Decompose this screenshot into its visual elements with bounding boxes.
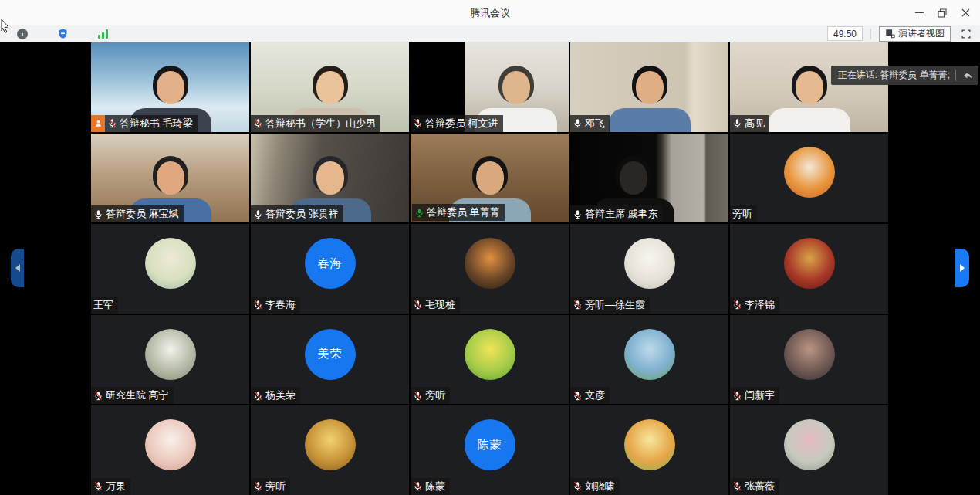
mic-on-icon xyxy=(573,209,583,219)
participant-avatar xyxy=(784,329,835,380)
host-badge-icon xyxy=(91,115,105,132)
participant-name: 闫新宇 xyxy=(745,388,775,402)
video-tile[interactable]: 旁听—徐生霞 xyxy=(570,224,728,314)
name-label-bar: 旁听 xyxy=(730,205,757,222)
name-label-bar: 王军 xyxy=(91,297,118,314)
video-tile[interactable]: 张蔷薇 xyxy=(730,405,888,495)
participant-name: 答辩委员 柯文进 xyxy=(425,117,498,131)
name-label-bar: 闫新宇 xyxy=(730,387,779,404)
name-label-bar: 李泽锦 xyxy=(730,297,779,314)
video-tile[interactable]: 高见 xyxy=(730,42,888,132)
meeting-duration: 49:50 xyxy=(827,26,863,41)
video-tile[interactable]: 答辩主席 戚聿东 xyxy=(570,134,728,223)
mic-on-icon xyxy=(253,209,263,219)
name-label-bar: 毛现桩 xyxy=(411,297,460,314)
video-tile[interactable]: 毛现桩 xyxy=(411,224,569,314)
mic-muted-icon xyxy=(573,300,583,310)
video-tile[interactable]: 邓飞 xyxy=(570,42,728,132)
name-label-bar: 邓飞 xyxy=(570,115,610,132)
video-tile[interactable]: 文彦 xyxy=(570,315,728,405)
name-label-bar: 答辩秘书（学生）山少男 xyxy=(251,115,380,132)
video-tile[interactable]: 旁听 xyxy=(730,134,888,223)
video-tile[interactable]: 答辩委员 柯文进 xyxy=(411,42,569,132)
mic-muted-icon xyxy=(573,391,583,401)
name-label-bar: 陈蒙 xyxy=(411,478,450,495)
mic-on-icon xyxy=(573,118,583,128)
prev-page-button[interactable] xyxy=(11,249,24,287)
layout-view-icon xyxy=(885,29,895,39)
participant-avatar xyxy=(624,329,675,380)
video-tile[interactable]: 答辩委员 单菁菁 xyxy=(411,134,569,223)
participant-avatar: 美荣 xyxy=(305,329,356,380)
speaking-toast-arrow-icon[interactable] xyxy=(961,70,974,81)
minimize-icon xyxy=(915,12,924,13)
restore-button[interactable] xyxy=(931,0,954,25)
toolbar-divider xyxy=(870,29,871,39)
toolbar: i 49:50 演讲者视图 xyxy=(0,25,980,42)
speaking-toast-text: 正在讲话: 答辩委员 单菁菁; xyxy=(838,69,950,82)
participant-name: 王军 xyxy=(93,298,113,312)
name-label-bar: 高见 xyxy=(730,115,769,132)
video-tile[interactable]: 王军 xyxy=(91,224,249,314)
video-tile[interactable]: 陈蒙 陈蒙 xyxy=(411,405,569,495)
speaker-view-button[interactable]: 演讲者视图 xyxy=(879,26,951,42)
name-label-bar: 答辩委员 张贵祥 xyxy=(251,205,343,222)
mic-muted-icon xyxy=(732,300,742,310)
participant-name: 文彦 xyxy=(585,388,605,402)
video-tile[interactable]: 旁听 xyxy=(411,315,569,405)
video-tile[interactable]: 美荣 杨美荣 xyxy=(251,315,409,405)
name-label-bar: 答辩委员 柯文进 xyxy=(411,115,503,132)
participant-name: 李春海 xyxy=(265,298,296,312)
video-tile[interactable]: 答辩委员 麻宝斌 xyxy=(91,134,249,223)
mic-muted-icon xyxy=(573,481,583,491)
participant-name: 答辩委员 张贵祥 xyxy=(265,207,339,221)
window-title: 腾讯会议 xyxy=(470,6,510,20)
minimize-button[interactable] xyxy=(907,0,931,25)
mic-muted-icon xyxy=(253,481,263,491)
participant-avatar xyxy=(624,419,675,470)
video-tile[interactable]: 刘骁啸 xyxy=(570,405,728,495)
participant-name: 高见 xyxy=(745,117,765,131)
mic-muted-icon xyxy=(413,391,423,401)
participant-name: 毛现桩 xyxy=(425,298,455,312)
video-tile[interactable]: 闫新宇 xyxy=(730,315,888,405)
participant-name: 刘骁啸 xyxy=(585,480,615,493)
video-tile[interactable]: 研究生院 高宁 xyxy=(91,315,249,405)
video-tile[interactable]: 答辩秘书（学生）山少男 xyxy=(251,42,409,132)
close-button[interactable] xyxy=(954,0,977,25)
name-label-bar: 万果 xyxy=(91,478,130,495)
video-tile[interactable]: 万果 xyxy=(91,405,249,495)
name-label-bar: 旁听—徐生霞 xyxy=(570,297,650,314)
video-tile[interactable]: 春海 李春海 xyxy=(251,224,409,314)
next-page-button[interactable] xyxy=(955,249,969,287)
name-label-bar: 答辩秘书 毛琦梁 xyxy=(91,115,198,132)
mic-on-icon xyxy=(93,209,103,219)
fullscreen-button[interactable] xyxy=(958,26,974,42)
video-grid: 答辩秘书 毛琦梁 答辩秘书（学生）山少男 答辩委员 柯文进 邓飞 高见 答辩委员… xyxy=(91,42,888,495)
participant-name: 研究生院 高宁 xyxy=(106,388,169,402)
network-signal-icon[interactable] xyxy=(98,29,110,39)
name-label-bar: 李春海 xyxy=(251,297,300,314)
video-tile[interactable]: 李泽锦 xyxy=(730,224,888,314)
meeting-info-icon[interactable]: i xyxy=(17,29,28,39)
participant-name: 旁听 xyxy=(425,388,445,402)
participant-avatar xyxy=(145,329,196,380)
video-tile[interactable]: 答辩委员 张贵祥 xyxy=(251,134,409,223)
video-tile[interactable]: 旁听 xyxy=(251,405,409,495)
name-label-bar: 研究生院 高宁 xyxy=(91,387,174,404)
mic-muted-icon xyxy=(253,118,263,128)
name-label-bar: 答辩主席 戚聿东 xyxy=(570,205,663,222)
mic-muted-icon xyxy=(413,481,423,491)
mic-on-icon xyxy=(732,118,742,128)
participant-name: 万果 xyxy=(106,480,126,493)
close-icon xyxy=(961,8,970,17)
speaker-view-label: 演讲者视图 xyxy=(898,27,945,40)
participant-name: 答辩秘书（学生）山少男 xyxy=(265,117,376,131)
participant-avatar xyxy=(145,419,196,470)
security-shield-icon[interactable] xyxy=(57,28,69,39)
mic-muted-icon xyxy=(732,481,742,491)
participant-name: 邓飞 xyxy=(585,117,605,131)
participant-avatar xyxy=(465,329,515,380)
video-tile[interactable]: 答辩秘书 毛琦梁 xyxy=(91,42,249,132)
participant-avatar xyxy=(784,419,835,470)
